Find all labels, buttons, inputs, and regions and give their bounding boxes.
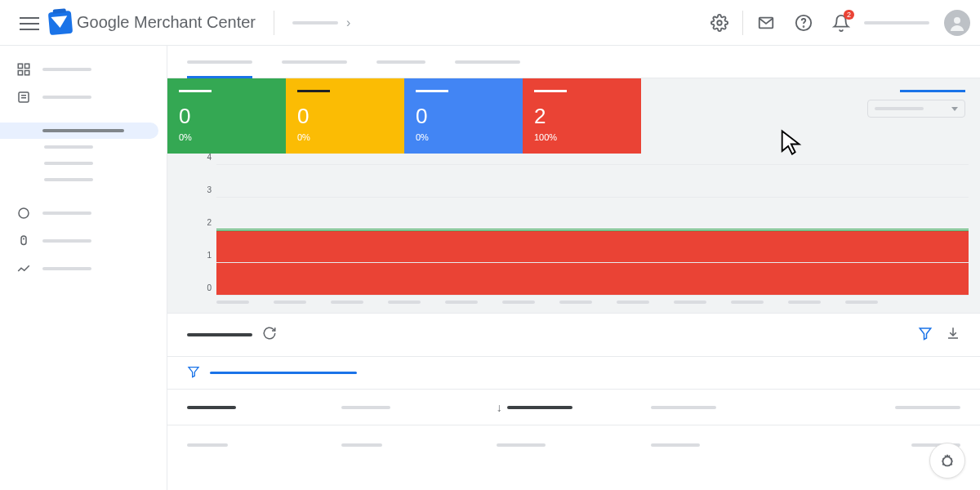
- card-label: [534, 90, 567, 92]
- chart-area-red: [216, 230, 969, 296]
- circle-icon: [16, 206, 31, 220]
- tab-label: [282, 60, 347, 64]
- breadcrumb[interactable]: ›: [274, 11, 350, 35]
- svg-point-4: [954, 17, 960, 24]
- column-header[interactable]: ↓: [497, 401, 651, 414]
- funnel-icon: [918, 326, 933, 341]
- card-pct: 0%: [297, 132, 393, 142]
- tab[interactable]: [282, 46, 347, 78]
- status-card[interactable]: 2100%: [523, 78, 641, 154]
- app-logo[interactable]: Google Merchant Center: [49, 11, 256, 34]
- sidebar-item-label: [42, 239, 91, 243]
- mouse-cursor: [780, 129, 804, 158]
- bug-icon: [938, 452, 956, 470]
- table-row[interactable]: [167, 425, 980, 465]
- list-icon: [16, 90, 31, 105]
- card-label: [416, 90, 448, 92]
- sidebar-item-label: [44, 162, 93, 165]
- svg-rect-13: [21, 236, 26, 245]
- tabs: [167, 46, 980, 78]
- status-card[interactable]: 00%: [404, 78, 523, 154]
- svg-line-26: [943, 458, 944, 459]
- svg-line-28: [943, 464, 944, 466]
- chevron-down-icon: [951, 107, 958, 111]
- column-header[interactable]: [806, 406, 960, 409]
- sidebar-item[interactable]: [0, 122, 158, 139]
- card-pct: 0%: [416, 132, 511, 142]
- app-title: Google Merchant Center: [77, 13, 256, 32]
- feedback-button[interactable]: [929, 443, 965, 479]
- main-content: 00%00%00%2100% 01234: [167, 46, 980, 490]
- sidebar-item-label: [42, 96, 91, 99]
- tab[interactable]: [455, 46, 520, 78]
- svg-rect-6: [25, 64, 29, 68]
- tab-label: [455, 60, 520, 64]
- sidebar-item[interactable]: [0, 83, 158, 111]
- svg-marker-15: [920, 328, 931, 340]
- column-header[interactable]: [651, 406, 805, 409]
- tab[interactable]: [376, 46, 425, 78]
- status-card[interactable]: 00%: [286, 78, 404, 154]
- sidebar-item[interactable]: [0, 56, 158, 83]
- card-value: 2: [534, 104, 630, 129]
- x-tick: [216, 301, 249, 304]
- gear-icon: [710, 14, 728, 32]
- card-pct: 100%: [534, 132, 630, 142]
- breadcrumb-item: [292, 21, 338, 24]
- account-name: [864, 21, 929, 24]
- chart: 01234: [167, 154, 980, 313]
- notifications-button[interactable]: 2: [826, 8, 856, 38]
- trend-icon: [16, 261, 31, 276]
- sidebar-item[interactable]: [0, 227, 158, 255]
- view-dropdown[interactable]: [867, 100, 965, 118]
- svg-rect-7: [18, 71, 22, 75]
- merchant-tag-icon: [48, 10, 73, 34]
- x-tick: [559, 301, 592, 304]
- sidebar-item-label: [42, 68, 91, 71]
- card-value: 0: [297, 104, 393, 129]
- hamburger-menu[interactable]: [20, 13, 39, 33]
- person-icon: [947, 13, 967, 33]
- svg-line-27: [951, 458, 952, 459]
- sidebar-item[interactable]: [0, 255, 158, 283]
- mail-button[interactable]: [751, 8, 781, 38]
- filter-text: [210, 372, 357, 374]
- y-tick: 0: [207, 283, 212, 292]
- dashboard-icon: [16, 62, 31, 77]
- svg-rect-8: [25, 71, 29, 75]
- refresh-icon: [262, 326, 277, 341]
- avatar[interactable]: [944, 10, 970, 36]
- filter-button[interactable]: [918, 326, 933, 344]
- svg-line-29: [951, 464, 952, 466]
- refresh-button[interactable]: [262, 326, 277, 344]
- settings-button[interactable]: [705, 8, 734, 38]
- sidebar-item[interactable]: [0, 139, 158, 155]
- download-button[interactable]: [946, 326, 960, 344]
- x-tick: [445, 301, 478, 304]
- dropdown-value: [875, 107, 924, 110]
- tab[interactable]: [187, 46, 252, 78]
- x-tick: [274, 301, 306, 304]
- svg-rect-5: [18, 64, 22, 68]
- status-card[interactable]: 00%: [167, 78, 286, 154]
- sidebar-item[interactable]: [0, 155, 158, 172]
- y-tick: 1: [207, 251, 212, 260]
- svg-marker-19: [782, 131, 800, 154]
- help-button[interactable]: [789, 8, 818, 38]
- mouse-icon: [16, 234, 31, 248]
- column-header[interactable]: [187, 406, 341, 409]
- status-cards: 00%00%00%2100%: [167, 78, 980, 154]
- chevron-right-icon: ›: [346, 16, 350, 30]
- sidebar-item[interactable]: [0, 199, 158, 227]
- sidebar-item-label: [44, 145, 93, 149]
- svg-point-20: [943, 457, 952, 466]
- card-label: [297, 90, 330, 92]
- sidebar-item[interactable]: [0, 172, 158, 188]
- filter-bar[interactable]: [167, 357, 980, 390]
- column-header[interactable]: [341, 406, 496, 409]
- card-value: 0: [416, 104, 511, 129]
- mail-icon: [757, 14, 775, 32]
- x-tick: [331, 301, 363, 304]
- svg-point-0: [717, 20, 722, 25]
- help-icon: [795, 14, 813, 32]
